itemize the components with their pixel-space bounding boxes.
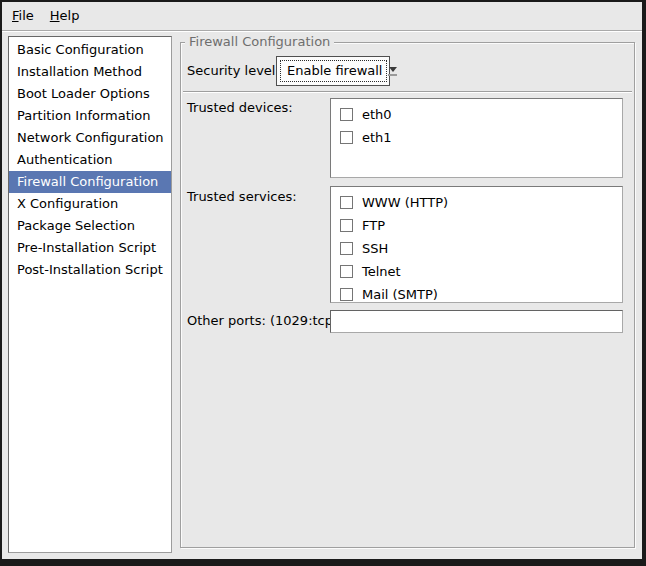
security-level-value: Enable firewall (280, 60, 387, 82)
trusted-services-label: Trusted services: (187, 189, 297, 204)
other-ports-input[interactable] (330, 310, 623, 333)
checkbox-mail-smtp[interactable] (340, 288, 353, 301)
list-item[interactable]: WWW (HTTP) (331, 191, 622, 214)
other-ports-label: Other ports: (1029:tcp) (187, 313, 338, 328)
checkbox-www-http[interactable] (340, 196, 353, 209)
sidebar-item-pre-installation-script[interactable]: Pre-Installation Script (9, 237, 171, 259)
checkbox-eth0[interactable] (340, 108, 353, 121)
trusted-services-list: WWW (HTTP) FTP SSH Telnet Mail (SMTP) (330, 186, 623, 303)
list-item[interactable]: FTP (331, 214, 622, 237)
checkbox-telnet[interactable] (340, 265, 353, 278)
checkbox-eth1[interactable] (340, 131, 353, 144)
device-label: eth1 (362, 130, 392, 145)
sidebar-item-firewall-configuration[interactable]: Firewall Configuration (9, 171, 171, 193)
checkbox-ssh[interactable] (340, 242, 353, 255)
service-label: WWW (HTTP) (362, 195, 448, 210)
service-label: Mail (SMTP) (362, 287, 438, 302)
checkbox-ftp[interactable] (340, 219, 353, 232)
sidebar-item-authentication[interactable]: Authentication (9, 149, 171, 171)
sidebar-item-partition-information[interactable]: Partition Information (9, 105, 171, 127)
sidebar-item-network-configuration[interactable]: Network Configuration (9, 127, 171, 149)
sidebar-item-boot-loader-options[interactable]: Boot Loader Options (9, 83, 171, 105)
sidebar-item-package-selection[interactable]: Package Selection (9, 215, 171, 237)
sidebar-item-post-installation-script[interactable]: Post-Installation Script (9, 259, 171, 281)
sidebar-item-basic-configuration[interactable]: Basic Configuration (9, 39, 171, 61)
list-item[interactable]: SSH (331, 237, 622, 260)
kickstart-configurator-window: { "colors": { "selection": "#5a77b2", "w… (0, 0, 646, 566)
security-level-label: Security level: (187, 63, 280, 78)
list-item[interactable]: Telnet (331, 260, 622, 283)
service-label: Telnet (362, 264, 401, 279)
device-label: eth0 (362, 107, 392, 122)
sidebar-item-installation-method[interactable]: Installation Method (9, 61, 171, 83)
trusted-devices-list: eth0 eth1 (330, 98, 623, 178)
dropdown-arrow-icon (388, 57, 397, 85)
frame-title: Firewall Configuration (185, 34, 334, 50)
horizontal-separator (183, 91, 632, 93)
security-level-select[interactable]: Enable firewall (276, 56, 390, 86)
trusted-devices-label: Trusted devices: (187, 100, 293, 115)
list-item[interactable]: Mail (SMTP) (331, 283, 622, 303)
list-item[interactable]: eth0 (331, 103, 622, 126)
service-label: SSH (362, 241, 388, 256)
section-list: Basic Configuration Installation Method … (8, 36, 172, 553)
firewall-configuration-frame: Firewall Configuration Security level: E… (180, 42, 635, 548)
sidebar-item-x-configuration[interactable]: X Configuration (9, 193, 171, 215)
service-label: FTP (362, 218, 385, 233)
menu-bar: File Help (2, 2, 642, 31)
menu-help[interactable]: Help (42, 2, 88, 30)
list-item[interactable]: eth1 (331, 126, 622, 149)
menu-file[interactable]: File (4, 2, 42, 30)
